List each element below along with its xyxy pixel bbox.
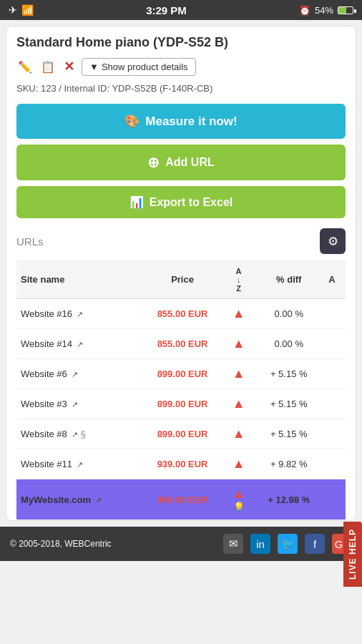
arrow-cell: ▲	[224, 419, 254, 449]
extra-cell	[324, 449, 346, 479]
price-value: 855.00 EUR	[141, 299, 223, 329]
col-sort[interactable]: A↓Z	[224, 260, 254, 299]
linkedin-icon-button[interactable]: in	[250, 534, 270, 554]
sort-az-icon: A↓Z	[236, 267, 242, 293]
add-url-icon: ⊕	[147, 154, 160, 171]
coin-icon: §	[78, 429, 86, 439]
arrow-cell: ▲	[224, 359, 254, 389]
table-row: Website #8 ↗ §899.00 EUR▲+ 5.15 %	[16, 419, 346, 449]
export-icon: 📊	[129, 195, 144, 209]
external-link-icon[interactable]: ↗	[74, 340, 83, 348]
twitter-icon-button[interactable]: 🐦	[278, 534, 298, 554]
extra-cell	[324, 359, 346, 389]
table-row: MyWebsite.com ↗966.00 EUR▲💡+ 12.98 %	[16, 479, 346, 520]
external-link-icon[interactable]: ↗	[74, 310, 83, 318]
copyright: © 2005-2018, WEBCentric	[10, 539, 112, 549]
pct-diff-value: + 5.15 %	[253, 419, 324, 449]
site-name-text: MyWebsite.com	[21, 494, 91, 505]
col-pct-diff: % diff	[253, 260, 324, 299]
export-label: Export to Excel	[150, 196, 233, 209]
price-table: Site name Price A↓Z % diff A Website #16…	[16, 260, 346, 520]
dropdown-icon: ▼	[89, 62, 99, 72]
measure-icon: 🎨	[124, 114, 140, 129]
urls-header: URLs ⚙	[16, 228, 346, 260]
site-name-cell: Website #8 ↗ §	[16, 419, 141, 449]
external-link-icon[interactable]: ↗	[69, 400, 78, 409]
pct-diff-value: 0.00 %	[253, 299, 324, 329]
arrow-up-icon: ▲	[233, 487, 245, 501]
alarm-icon: ⏰	[299, 5, 310, 16]
extra-cell	[324, 389, 346, 419]
signal-icon: ✈	[9, 4, 17, 16]
product-title: Standard Home piano (YDP-S52 B)	[16, 35, 346, 50]
site-name-text: Website #14	[21, 338, 72, 349]
site-name-text: Website #8	[21, 429, 67, 439]
arrow-cell: ▲	[224, 329, 254, 359]
site-name-cell: Website #3 ↗	[16, 389, 141, 419]
pct-diff-value: 0.00 %	[253, 329, 324, 359]
gear-icon: ⚙	[328, 234, 338, 249]
site-name-text: Website #6	[21, 369, 67, 379]
status-time: 3:29 PM	[146, 4, 187, 16]
bulb-icon: 💡	[233, 502, 245, 512]
site-name-text: Website #16	[21, 308, 72, 319]
battery-icon	[338, 6, 353, 14]
price-value: 855.00 EUR	[141, 329, 223, 359]
extra-cell	[324, 419, 346, 449]
external-link-icon[interactable]: ↗	[93, 496, 102, 504]
site-name-text: Website #11	[21, 459, 72, 469]
table-row: Website #14 ↗855.00 EUR▲0.00 %	[16, 329, 346, 359]
pct-diff-value: + 12.98 %	[253, 479, 324, 520]
col-extra: A	[324, 260, 346, 299]
arrow-cell: ▲	[224, 389, 254, 419]
gear-button[interactable]: ⚙	[320, 228, 346, 254]
arrow-cell: ▲	[224, 449, 254, 479]
live-help-button[interactable]: LIVE HELP	[343, 522, 362, 587]
external-link-icon[interactable]: ↗	[69, 370, 78, 379]
sku-line: SKU: 123 / Internal ID: YDP-S52B (F-140R…	[16, 83, 346, 94]
email-icon-button[interactable]: ✉	[223, 534, 243, 554]
footer-icons: ✉ in 🐦 f G+	[223, 534, 352, 554]
pct-diff-value: + 9.82 %	[253, 449, 324, 479]
price-value: 939.00 EUR	[141, 449, 223, 479]
price-value: 899.00 EUR	[141, 389, 223, 419]
external-link-icon[interactable]: ↗	[74, 460, 83, 469]
site-name-cell: Website #11 ↗	[16, 449, 141, 479]
copy-button[interactable]: 📋	[39, 59, 57, 75]
urls-label: URLs	[16, 235, 44, 248]
table-row: Website #11 ↗939.00 EUR▲+ 9.82 %	[16, 449, 346, 479]
wifi-icon: 📶	[21, 4, 34, 16]
site-name-cell: MyWebsite.com ↗	[16, 479, 141, 520]
show-details-button[interactable]: ▼ Show product details	[82, 58, 196, 76]
battery-percent: 54%	[315, 5, 333, 16]
facebook-icon-button[interactable]: f	[305, 534, 325, 554]
add-url-label: Add URL	[165, 156, 214, 169]
arrow-cell: ▲💡	[224, 479, 254, 520]
status-bar: ✈ 📶 3:29 PM ⏰ 54%	[0, 0, 362, 20]
extra-cell	[324, 329, 346, 359]
price-value: 966.00 EUR	[141, 479, 223, 520]
delete-button[interactable]: ✕	[62, 57, 76, 76]
site-name-cell: Website #16 ↗	[16, 299, 141, 329]
arrow-up-icon: ▲	[233, 336, 245, 351]
measure-button[interactable]: 🎨 Measure it now!	[16, 104, 346, 139]
export-button[interactable]: 📊 Export to Excel	[16, 186, 346, 218]
col-site-name: Site name	[16, 260, 141, 299]
pct-diff-value: + 5.15 %	[253, 389, 324, 419]
extra-cell	[324, 299, 346, 329]
add-url-button[interactable]: ⊕ Add URL	[16, 145, 346, 180]
measure-label: Measure it now!	[145, 114, 237, 129]
external-link-icon[interactable]: ↗	[69, 430, 78, 439]
product-card: Standard Home piano (YDP-S52 B) ✏️ 📋 ✕ ▼…	[6, 26, 356, 521]
arrow-up-icon: ▲	[233, 426, 245, 441]
show-details-label: Show product details	[102, 62, 188, 72]
price-value: 899.00 EUR	[141, 419, 223, 449]
arrow-cell: ▲	[224, 299, 254, 329]
col-price: Price	[141, 260, 223, 299]
arrow-up-icon: ▲	[233, 366, 245, 381]
footer: © 2005-2018, WEBCentric ✉ in 🐦 f G+	[0, 527, 362, 561]
edit-button[interactable]: ✏️	[16, 59, 34, 75]
site-name-cell: Website #14 ↗	[16, 329, 141, 359]
status-left: ✈ 📶	[9, 4, 34, 16]
price-value: 899.00 EUR	[141, 359, 223, 389]
